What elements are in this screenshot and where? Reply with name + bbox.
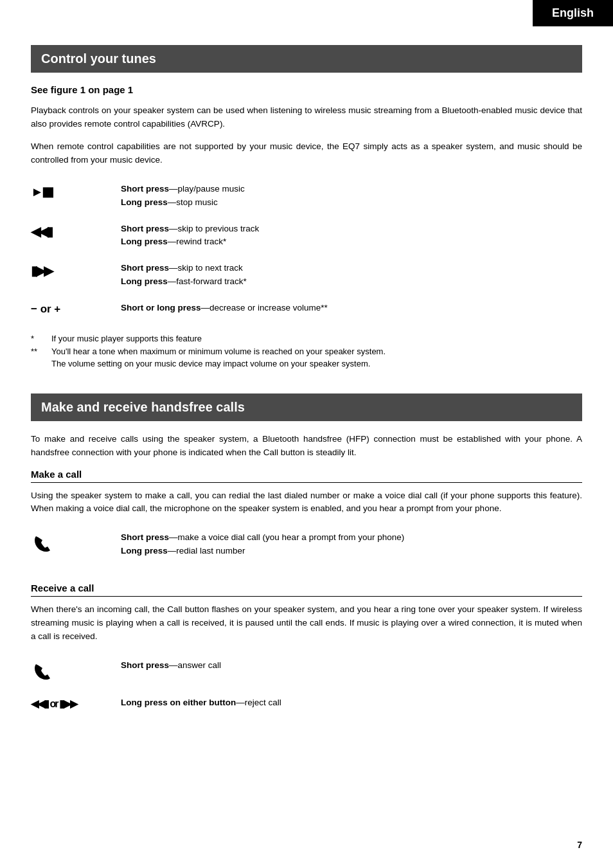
- phone-answer-icon: [31, 659, 121, 683]
- prev-track-desc: Short press—skip to previous track Long …: [121, 222, 582, 249]
- footnote-star-1: *: [31, 332, 46, 345]
- control-row-phone-call: Short press—make a voice dial call (you …: [31, 525, 582, 565]
- footnote-1: * If your music player supports this fea…: [31, 332, 582, 345]
- volume-icon: − or +: [31, 302, 121, 316]
- footnotes-section1: * If your music player supports this fea…: [31, 332, 582, 370]
- control-row-reject: ◀◀▮ or ▮▶▶ Long press on either button—r…: [31, 690, 582, 716]
- make-call-controls: Short press—make a voice dial call (you …: [31, 525, 582, 565]
- reject-call-desc: Long press on either button—reject call: [121, 696, 582, 710]
- receive-call-section: Receive a call When there's an incoming …: [31, 583, 582, 716]
- section2-header: Make and receive handsfree calls: [31, 393, 582, 421]
- control-row-volume: − or + Short or long press—decrease or i…: [31, 295, 582, 322]
- footnote-2: ** You'll hear a tone when maximum or mi…: [31, 345, 582, 370]
- make-call-body: Using the speaker system to make a call,…: [31, 489, 582, 516]
- footnote-text-1: If your music player supports this featu…: [51, 332, 202, 345]
- phone-dial-icon: [31, 531, 121, 556]
- receive-call-body: When there's an incoming call, the Call …: [31, 603, 582, 644]
- receive-call-controls: Short press—answer call ◀◀▮ or ▮▶▶ Long …: [31, 653, 582, 716]
- footnote-star-2: **: [31, 345, 46, 358]
- play-pause-icon: ►▮▮: [31, 183, 121, 199]
- next-track-desc: Short press—skip to next track Long pres…: [121, 262, 582, 289]
- control-row-prev: ◀◀▮ Short press—skip to previous track L…: [31, 216, 582, 256]
- page-number: 7: [577, 840, 582, 850]
- phone-call-desc: Short press—make a voice dial call (you …: [121, 531, 582, 558]
- figure-reference: See figure 1 on page 1: [31, 84, 582, 98]
- next-track-icon: ▮▶▶: [31, 262, 121, 278]
- language-badge: English: [533, 0, 613, 26]
- footnote-text-2: You'll hear a tone when maximum or minim…: [51, 345, 386, 370]
- receive-call-heading: Receive a call: [31, 583, 582, 597]
- reject-call-icon: ◀◀▮ or ▮▶▶: [31, 696, 121, 710]
- control-row-playpause: ►▮▮ Short press—play/pause music Long pr…: [31, 176, 582, 216]
- play-pause-desc: Short press—play/pause music Long press—…: [121, 183, 582, 210]
- answer-call-desc: Short press—answer call: [121, 659, 582, 673]
- volume-desc: Short or long press—decrease or increase…: [121, 302, 582, 315]
- section2-intro: To make and receive calls using the spea…: [31, 433, 582, 460]
- control-row-next: ▮▶▶ Short press—skip to next track Long …: [31, 255, 582, 295]
- prev-track-icon: ◀◀▮: [31, 222, 121, 239]
- section1-para1: Playback controls on your speaker system…: [31, 104, 582, 131]
- control-row-answer: Short press—answer call: [31, 653, 582, 690]
- playback-controls-table: ►▮▮ Short press—play/pause music Long pr…: [31, 176, 582, 323]
- section1-header: Control your tunes: [31, 45, 582, 73]
- make-call-section: Make a call Using the speaker system to …: [31, 469, 582, 565]
- section1-para2: When remote control capabilities are not…: [31, 140, 582, 167]
- make-call-heading: Make a call: [31, 469, 582, 483]
